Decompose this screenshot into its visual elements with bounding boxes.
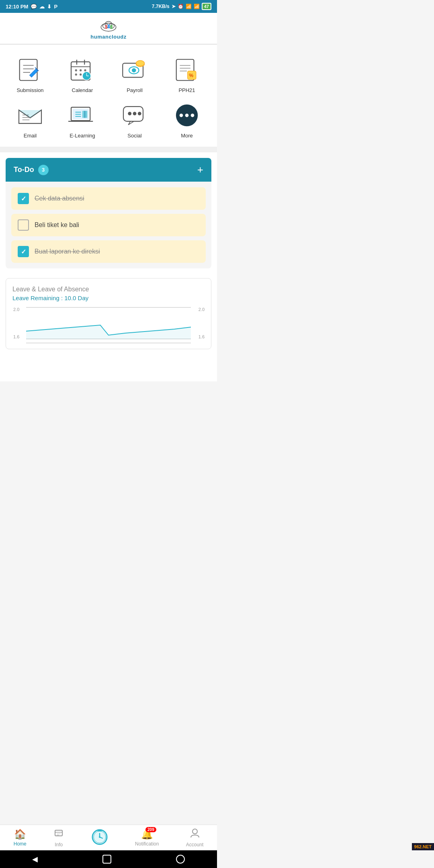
svg-point-8: [110, 25, 113, 27]
battery-indicator: 47: [202, 3, 211, 10]
menu-item-pph21[interactable]: % PPH21: [161, 52, 213, 97]
y-axis-left: 2.0 1.6: [13, 307, 19, 339]
leave-section: Leave & Leave of Absence Leave Remaining…: [6, 278, 211, 349]
send-icon: ➤: [172, 4, 176, 9]
menu-item-social[interactable]: Social: [108, 97, 161, 143]
todo-add-button[interactable]: +: [197, 164, 203, 176]
payroll-icon: [119, 56, 151, 84]
p-icon: P: [54, 4, 57, 10]
svg-marker-57: [26, 325, 191, 339]
menu-item-submission[interactable]: Submission: [4, 52, 56, 97]
wifi-icon: 📶: [194, 4, 200, 9]
network-speed: 7.7KB/s: [152, 4, 170, 9]
chart-svg: [26, 307, 191, 339]
alarm-icon: ⏰: [178, 4, 184, 9]
more-label: More: [181, 133, 193, 139]
social-label: Social: [127, 133, 141, 139]
social-icon: [119, 101, 151, 129]
menu-item-more[interactable]: More: [161, 97, 213, 143]
menu-item-elearning[interactable]: E-Learning: [56, 97, 108, 143]
status-left: 12:10 PM 💬 ☁ ⬇ P: [6, 4, 57, 10]
submission-label: Submission: [16, 87, 43, 93]
todo-header: To-Do 3 +: [6, 158, 211, 182]
menu-grid: Submission: [0, 45, 217, 147]
svg-point-6: [108, 24, 110, 27]
payroll-label: Payroll: [127, 87, 143, 93]
svg-point-21: [84, 69, 86, 71]
svg-point-55: [185, 114, 189, 117]
chart-wrapper: 2.0 1.6 2.0 1.6: [26, 307, 191, 343]
y-label-right-2-0: 2.0: [199, 307, 205, 312]
svg-point-29: [132, 68, 136, 73]
svg-point-23: [80, 74, 82, 76]
todo-text-1: Cek data absensi: [35, 195, 84, 202]
todo-item-1[interactable]: Cek data absensi: [11, 187, 206, 210]
todo-checkbox-1[interactable]: [18, 193, 29, 204]
todo-checkbox-2[interactable]: [18, 219, 29, 231]
submission-icon: [14, 56, 46, 84]
y-axis-right: 2.0 1.6: [199, 307, 205, 339]
app-header: humancloudz: [0, 13, 217, 44]
svg-point-20: [80, 69, 82, 71]
todo-item-2[interactable]: Beli tiket ke bali: [11, 214, 206, 236]
logo-normal: cloudz: [108, 34, 126, 40]
svg-rect-5: [105, 27, 107, 29]
todo-text-2: Beli tiket ke bali: [35, 221, 79, 229]
logo-container: humancloudz: [90, 18, 126, 40]
calendar-icon: [66, 56, 98, 84]
y-label-right-1-6: 1.6: [199, 334, 205, 339]
logo-icon: [100, 18, 117, 33]
pph21-label: PPH21: [178, 87, 195, 93]
more-icon: [171, 101, 203, 129]
main-content: Submission: [0, 45, 217, 381]
elearning-icon: [66, 101, 98, 129]
menu-item-email[interactable]: Email: [4, 97, 56, 143]
todo-title: To-Do 3: [14, 165, 49, 175]
logo-bold: human: [90, 34, 108, 40]
status-bar: 12:10 PM 💬 ☁ ⬇ P 7.7KB/s ➤ ⏰ 📶 📶 47: [0, 0, 217, 13]
logo-text: humancloudz: [90, 34, 126, 40]
todo-section: To-Do 3 + Cek data absensi Beli tiket ke…: [0, 152, 217, 274]
svg-point-31: [136, 60, 145, 66]
whatsapp-icon: 💬: [31, 4, 37, 10]
y-label-2-0: 2.0: [13, 307, 19, 312]
menu-item-calendar[interactable]: Calendar: [56, 52, 108, 97]
leave-remaining: Leave Remaining : 10.0 Day: [12, 295, 205, 301]
svg-text:%: %: [189, 73, 193, 78]
svg-point-22: [75, 74, 77, 76]
download-icon: ⬇: [47, 4, 51, 10]
chart-area: 2.0 1.6 2.0 1.6: [26, 307, 191, 343]
elearning-label: E-Learning: [70, 133, 95, 139]
leave-title: Leave & Leave of Absence: [12, 286, 205, 293]
email-label: Email: [24, 133, 37, 139]
pph21-icon: %: [171, 56, 203, 84]
svg-point-50: [128, 112, 131, 115]
email-icon: [14, 101, 46, 129]
todo-checkbox-3[interactable]: [18, 246, 29, 257]
status-right: 7.7KB/s ➤ ⏰ 📶 📶 47: [152, 3, 211, 10]
svg-point-4: [105, 25, 107, 27]
time-display: 12:10 PM: [6, 4, 28, 10]
svg-point-56: [191, 114, 194, 117]
svg-point-19: [75, 69, 77, 71]
svg-point-52: [138, 112, 141, 115]
y-label-1-6: 1.6: [13, 334, 19, 339]
todo-count-badge: 3: [38, 165, 49, 175]
svg-rect-7: [108, 27, 110, 28]
todo-item-3[interactable]: Buat laporan ke direksi: [11, 240, 206, 263]
section-gap-1: [0, 147, 217, 152]
cloud-icon: ☁: [39, 4, 45, 10]
svg-point-51: [133, 112, 137, 115]
todo-list: Cek data absensi Beli tiket ke bali Buat…: [6, 182, 211, 268]
svg-point-54: [180, 114, 183, 117]
bottom-spacer: [0, 349, 217, 381]
menu-item-payroll[interactable]: Payroll: [108, 52, 161, 97]
calendar-label: Calendar: [72, 87, 93, 93]
signal-icon: 📶: [186, 4, 192, 9]
todo-text-3: Buat laporan ke direksi: [35, 248, 100, 255]
x-axis: [26, 343, 191, 343]
svg-rect-9: [110, 27, 113, 29]
